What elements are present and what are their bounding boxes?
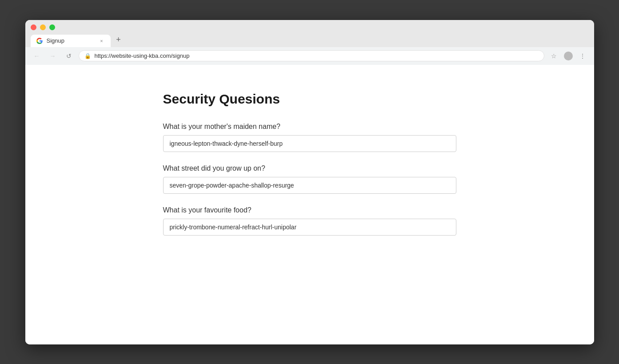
form-group-street: What street did you grow up on?	[163, 164, 456, 194]
browser-window: Signup × + ← → ↺ 🔒 https://website-using…	[25, 20, 594, 344]
reload-button[interactable]: ↺	[63, 50, 75, 62]
tab-favicon	[36, 37, 43, 44]
profile-avatar	[564, 52, 573, 60]
back-button[interactable]: ←	[31, 50, 43, 62]
menu-button[interactable]: ⋮	[576, 50, 589, 62]
minimize-traffic-light[interactable]	[40, 24, 46, 30]
form-container: Security Quesions What is your mother's …	[154, 92, 465, 236]
browser-tab[interactable]: Signup ×	[31, 35, 111, 47]
form-group-mothers-maiden-name: What is your mother's maiden name?	[163, 123, 456, 152]
maximize-traffic-light[interactable]	[49, 24, 55, 30]
tab-title: Signup	[47, 37, 95, 44]
label-street: What street did you grow up on?	[163, 164, 456, 172]
lock-icon: 🔒	[84, 53, 91, 59]
input-street[interactable]	[163, 177, 456, 194]
bookmark-button[interactable]: ☆	[548, 50, 560, 62]
close-traffic-light[interactable]	[31, 24, 36, 30]
traffic-lights	[31, 24, 589, 30]
tabs-row: Signup × +	[31, 34, 589, 47]
label-favourite-food: What is your favourite food?	[163, 206, 456, 214]
input-mothers-maiden-name[interactable]	[163, 135, 456, 152]
profile-button[interactable]	[562, 50, 575, 62]
form-group-favourite-food: What is your favourite food?	[163, 206, 456, 236]
tab-close-button[interactable]: ×	[98, 37, 105, 44]
address-input-wrap[interactable]: 🔒 https://website-using-kba.com/signup	[79, 50, 544, 61]
address-bar: ← → ↺ 🔒 https://website-using-kba.com/si…	[25, 47, 594, 65]
label-mothers-maiden-name: What is your mother's maiden name?	[163, 123, 456, 131]
input-favourite-food[interactable]	[163, 219, 456, 236]
address-bar-actions: ☆ ⋮	[548, 50, 589, 62]
forward-button[interactable]: →	[47, 50, 59, 62]
new-tab-button[interactable]: +	[112, 34, 125, 46]
page-content: Security Quesions What is your mother's …	[25, 65, 594, 344]
title-bar: Signup × +	[25, 20, 594, 47]
url-display: https://website-using-kba.com/signup	[95, 52, 539, 59]
page-title: Security Quesions	[163, 92, 456, 107]
google-favicon-icon	[36, 38, 43, 44]
